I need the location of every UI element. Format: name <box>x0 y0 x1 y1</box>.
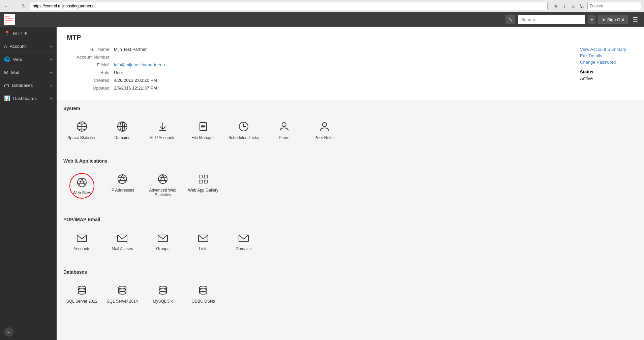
peer-roles-icon <box>318 121 331 133</box>
sql-server-2012-icon <box>76 284 88 296</box>
search-dropdown-button[interactable]: ▼ <box>588 15 595 24</box>
browser-search-input[interactable] <box>587 2 641 10</box>
sidebar-item-mtp[interactable]: 📍 MTP ▼ <box>0 27 57 40</box>
domains-icon <box>116 121 128 133</box>
web-section: Web & Applications Web Sites <box>57 153 644 211</box>
peer-roles-label: Peer Roles <box>314 135 334 140</box>
sql-server-2014-icon <box>116 284 128 296</box>
svg-point-20 <box>118 175 127 183</box>
sign-out-button[interactable]: ➤ Sign Out <box>598 15 628 24</box>
web-app-gallery-item[interactable]: Web App Gallery <box>185 169 222 203</box>
email-domains-item[interactable]: Domains <box>225 228 262 255</box>
peers-item[interactable]: Peers <box>266 116 303 144</box>
status-value: Active <box>580 76 634 81</box>
sidebar-web-label: Web <box>13 57 22 62</box>
system-section: System Space Statistics <box>57 100 644 153</box>
mysql-5x-item[interactable]: MySQL 5.x <box>144 280 181 308</box>
browser-right: ★ ⇓ ⌂ ⛡ <box>552 2 641 10</box>
ip-addresses-icon <box>116 173 128 185</box>
sql-server-2014-item[interactable]: SQL Server 2014 <box>104 280 141 308</box>
email-title: POP/IMAP Email <box>63 217 637 222</box>
sql-server-2012-item[interactable]: SQL Server 2012 <box>63 280 100 308</box>
sidebar-item-account[interactable]: ⌂ Account + <box>0 40 57 53</box>
odbc-dsns-item[interactable]: ODBC DSNs <box>185 280 222 308</box>
scheduled-tasks-item[interactable]: Scheduled Tasks <box>225 116 262 144</box>
mail-aliases-item[interactable]: Mail Aliases <box>104 228 141 255</box>
domains-item[interactable]: Domains <box>104 116 141 144</box>
signout-label: Sign Out <box>607 17 624 22</box>
sidebar: 📍 MTP ▼ ⌂ Account + 🌐 Web + ✉ Mail + <box>0 27 57 340</box>
web-expand-icon: + <box>50 57 53 62</box>
reload-button[interactable]: ↻ <box>20 2 28 10</box>
bookmark-icon[interactable]: ★ <box>552 3 559 9</box>
groups-icon <box>157 232 169 244</box>
forward-button[interactable]: → <box>11 2 19 10</box>
mail-aliases-label: Mail Aliases <box>112 246 133 251</box>
databases-icon-grid: SQL Server 2012 SQL Server 2014 <box>63 280 637 308</box>
account-number-label: Account Number: <box>67 55 114 60</box>
lists-item[interactable]: Lists <box>185 228 222 255</box>
databases-section: Databases SQL Server 2012 <box>57 264 644 316</box>
field-updated: Updated: 2/6/2016 12:21:37 PM <box>67 86 566 91</box>
mysql-5x-icon <box>157 284 169 296</box>
web-sites-item[interactable]: Web Sites <box>63 169 100 203</box>
advanced-web-statistics-label: Advanced Web Statistics <box>147 188 179 197</box>
back-button[interactable]: ← <box>3 2 10 10</box>
ip-addresses-item[interactable]: IP Addresses <box>104 169 141 203</box>
peer-roles-item[interactable]: Peer Roles <box>306 116 343 144</box>
mtp-icon: 📍 <box>4 30 10 36</box>
file-manager-item[interactable]: File Manager <box>185 116 222 144</box>
system-icon-grid: Space Statistics Domains <box>63 116 637 144</box>
search-input[interactable] <box>518 15 585 24</box>
sql-server-2014-label: SQL Server 2014 <box>107 299 138 304</box>
svg-rect-33 <box>204 180 207 183</box>
shield-icon[interactable]: ⛡ <box>579 3 585 9</box>
svg-point-47 <box>119 292 126 294</box>
sidebar-item-mail[interactable]: ✉ Mail + <box>0 66 57 79</box>
web-sites-label: Web Sites <box>73 191 91 195</box>
email-link[interactable]: info@mijnhostingpartner.n... <box>114 62 168 67</box>
home-icon[interactable]: ⌂ <box>570 3 577 9</box>
download-manager-icon[interactable]: ⇓ <box>561 3 568 9</box>
advanced-web-statistics-item[interactable]: Advanced Web Statistics <box>144 169 181 203</box>
field-account-number: Account Number: <box>67 55 566 60</box>
domains-label: Domains <box>114 135 130 140</box>
ftp-accounts-item[interactable]: FTP Accounts <box>144 116 181 144</box>
role-value: User <box>114 70 123 75</box>
logo-box: MIJNHOSTINGPARTNERNL <box>4 14 15 25</box>
sidebar-item-web[interactable]: 🌐 Web + <box>0 53 57 66</box>
groups-item[interactable]: Groups <box>144 228 181 255</box>
email-section: POP/IMAP Email Accounts Mail Aliases <box>57 211 644 264</box>
sidebar-footer: ← <box>0 324 57 340</box>
svg-point-44 <box>119 286 126 289</box>
svg-rect-32 <box>199 180 202 183</box>
main-layout: 📍 MTP ▼ ⌂ Account + 🌐 Web + ✉ Mail + <box>0 27 644 340</box>
edit-details-link[interactable]: Edit Details <box>580 53 634 58</box>
sidebar-mtp-label: MTP ▼ <box>13 31 28 36</box>
url-bar[interactable] <box>30 2 548 10</box>
email-accounts-item[interactable]: Accounts <box>63 228 100 255</box>
ftp-accounts-icon <box>157 121 169 133</box>
field-created: Created: 4/26/2011 2:02:20 PM <box>67 78 566 83</box>
field-role: Role: User <box>67 70 566 75</box>
expand-button[interactable]: ⤡ <box>505 15 515 24</box>
sidebar-item-dashboards[interactable]: 📊 Dashboards + <box>0 92 57 105</box>
email-accounts-label: Accounts <box>73 246 90 251</box>
sidebar-databases-label: Databases <box>12 83 33 88</box>
menu-button[interactable]: ☰ <box>631 14 640 25</box>
space-statistics-item[interactable]: Space Statistics <box>63 116 100 144</box>
groups-label: Groups <box>156 246 169 251</box>
web-sites-highlight: Web Sites <box>69 173 94 199</box>
file-manager-label: File Manager <box>191 135 215 140</box>
view-account-summary-link[interactable]: View Account Summary <box>580 47 634 52</box>
change-password-link[interactable]: Change Password <box>580 60 634 65</box>
email-icon-grid: Accounts Mail Aliases Groups <box>63 228 637 255</box>
sidebar-item-databases[interactable]: 🗃 Databases + <box>0 79 57 92</box>
updated-label: Updated: <box>67 86 114 91</box>
email-domains-icon <box>238 232 250 244</box>
email-label: E-Mail: <box>67 62 114 67</box>
svg-point-58 <box>200 289 207 292</box>
odbc-dsns-label: ODBC DSNs <box>191 299 215 304</box>
dashboards-expand-icon: + <box>50 96 53 101</box>
sidebar-back-button[interactable]: ← <box>4 327 13 337</box>
